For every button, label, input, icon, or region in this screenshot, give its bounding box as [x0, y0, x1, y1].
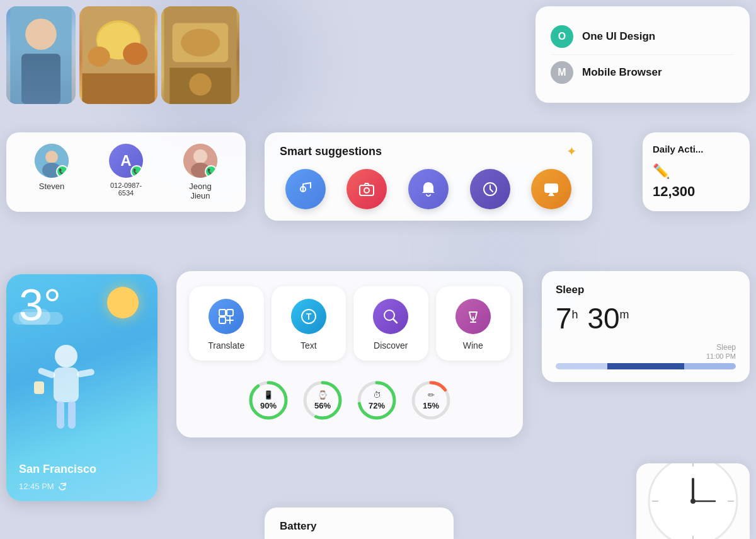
photo-strip [0, 0, 246, 110]
sleep-seg-light [556, 363, 607, 369]
clock-partial [636, 463, 750, 539]
action-wine[interactable]: Wine [436, 286, 511, 361]
svg-rect-8 [82, 73, 154, 104]
smart-app-music[interactable] [285, 169, 326, 209]
sleep-title: Sleep [556, 284, 736, 296]
discover-icon [373, 299, 408, 334]
call-badge-font: 📞 [130, 165, 143, 178]
avatar-steven: 📞 [35, 144, 69, 178]
battery-card: Battery [265, 507, 454, 539]
svg-rect-28 [37, 367, 56, 379]
weather-card: 3° San Francisco 12:45 PM [6, 274, 158, 501]
svg-rect-32 [227, 310, 233, 316]
step-count: 12,300 [653, 183, 695, 199]
action-wine-label: Wine [463, 340, 483, 351]
band-icon: ⏱ [373, 390, 381, 400]
contact-name-font: 012-0987-6534 [110, 182, 142, 197]
refresh-icon [58, 482, 67, 491]
contact-jeong[interactable]: 📞 JeongJieun [168, 144, 233, 200]
smart-app-camera[interactable] [346, 169, 387, 209]
photo-food1 [79, 6, 158, 104]
photo-portrait [6, 6, 76, 104]
weather-figure [25, 344, 107, 444]
svg-rect-2 [21, 54, 60, 104]
sleep-seg-deep [607, 363, 685, 369]
gauges-row: 📱 90% ⌚ 56% [189, 378, 510, 422]
gauge-ring-phone: 📱 90% [246, 378, 290, 422]
gauge-center-phone: 📱 90% [246, 378, 290, 422]
gauge-band: ⏱ 72% [355, 378, 399, 422]
sleep-duration: 7h 30m [556, 301, 736, 335]
main-scene: O One UI Design M Mobile Browser 📞 Steve… [0, 0, 756, 539]
call-badge-steven: 📞 [56, 165, 69, 178]
gauge-pct-phone: 90% [260, 401, 277, 410]
smart-app-msg[interactable] [531, 169, 571, 209]
contact-font[interactable]: A 📞 012-0987-6534 [93, 144, 159, 197]
gauge-ring-band: ⏱ 72% [355, 378, 399, 422]
action-translate-label: Translate [208, 340, 244, 351]
svg-rect-25 [54, 368, 79, 402]
smart-suggestions-card: Smart suggestions ✦ [265, 132, 592, 221]
avatar-jeong: 📞 [183, 144, 217, 178]
browser-label: Mobile Browser [582, 66, 662, 79]
contact-name-jeong: JeongJieun [189, 182, 211, 200]
sparkle-icon: ✦ [566, 144, 577, 159]
gauge-pct-watch: 56% [314, 401, 331, 410]
actions-card: Translate T Text [176, 271, 523, 438]
gauge-center-band: ⏱ 72% [355, 378, 399, 422]
contacts-card: 📞 Steven A 📞 012-0987-6534 📞 JeongJieun [6, 132, 246, 212]
sleep-seg-rem [684, 363, 736, 369]
weather-time: 12:45 PM [19, 482, 67, 491]
svg-rect-23 [544, 183, 558, 193]
weather-temp: 3° [19, 283, 61, 327]
weather-city: San Francisco [19, 463, 96, 476]
gauge-center-watch: ⌚ 56% [301, 378, 345, 422]
smart-app-bell[interactable] [408, 169, 449, 209]
action-discover[interactable]: Discover [353, 286, 428, 361]
svg-point-7 [123, 43, 147, 65]
contact-steven[interactable]: 📞 Steven [19, 144, 84, 191]
action-discover-label: Discover [374, 340, 408, 351]
action-translate[interactable]: Translate [189, 286, 264, 361]
svg-rect-20 [360, 185, 374, 195]
photo-food2 [161, 6, 239, 104]
svg-point-52 [690, 499, 696, 504]
app-list-item-oneui[interactable]: O One UI Design [551, 19, 735, 54]
oneui-label: One UI Design [582, 30, 655, 43]
pen-icon: ✏ [428, 390, 435, 400]
oneui-icon: O [551, 25, 573, 48]
svg-rect-33 [219, 317, 226, 323]
daily-title: Daily Acti... [653, 144, 740, 154]
wine-icon [455, 299, 491, 334]
app-list-item-browser[interactable]: M Mobile Browser [551, 54, 735, 90]
phone-icon: 📱 [263, 390, 273, 400]
gauge-phone: 📱 90% [246, 378, 290, 422]
smart-app-clock[interactable] [470, 169, 510, 209]
gauge-pen: ✏ 15% [409, 378, 453, 422]
sleep-bar [556, 363, 736, 369]
gauge-pct-band: 72% [369, 401, 385, 410]
action-text-label: Text [301, 340, 317, 351]
call-badge-jeong: 📞 [205, 165, 217, 178]
app-list-card: O One UI Design M Mobile Browser [536, 6, 750, 103]
svg-rect-29 [76, 368, 94, 378]
weather-sun [107, 287, 139, 318]
svg-rect-31 [219, 310, 226, 316]
smart-card-header: Smart suggestions ✦ [280, 144, 577, 159]
sleep-bar-label: Sleep 11:00 PM [556, 343, 736, 361]
action-text[interactable]: T Text [272, 286, 346, 361]
smart-apps-row [280, 169, 577, 209]
svg-point-24 [55, 345, 77, 368]
translate-icon [209, 299, 244, 334]
contact-name-steven: Steven [39, 182, 64, 191]
svg-point-15 [45, 151, 58, 163]
svg-point-18 [193, 149, 207, 163]
gauge-ring-pen: ✏ 15% [409, 378, 453, 422]
svg-rect-27 [68, 400, 76, 429]
actions-grid: Translate T Text [189, 286, 510, 361]
svg-point-1 [25, 18, 57, 50]
svg-point-13 [189, 73, 211, 95]
svg-text:T: T [306, 311, 311, 322]
avatar-font: A 📞 [109, 144, 143, 178]
svg-rect-30 [34, 381, 44, 394]
